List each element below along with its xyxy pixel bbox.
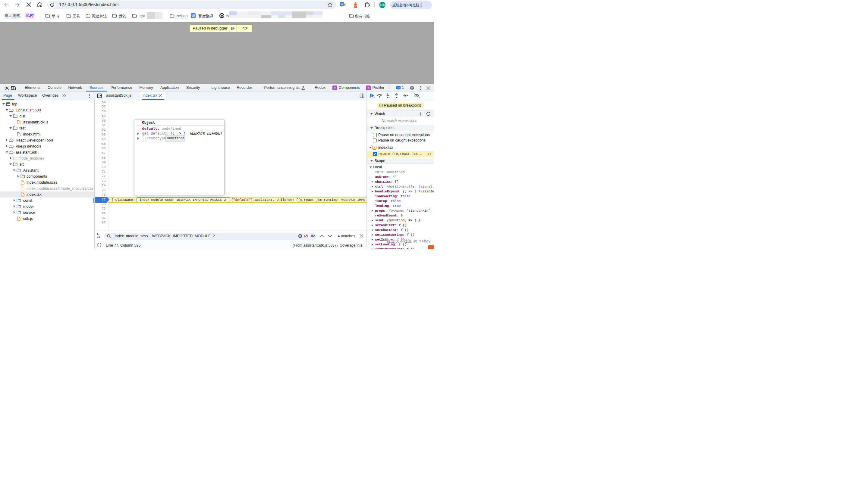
svg-text:G: G (341, 2, 343, 5)
